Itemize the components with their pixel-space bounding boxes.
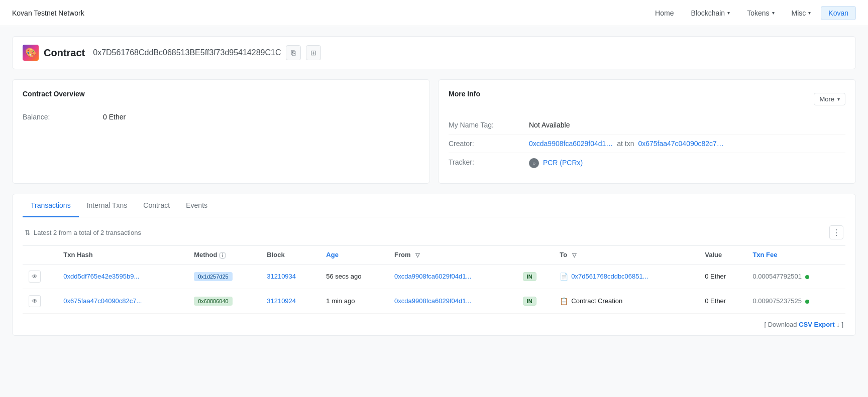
value-cell-1: 0 Ether — [699, 264, 746, 289]
name-tag-row: My Name Tag: Not Available — [449, 116, 845, 135]
col-age: Age — [320, 246, 388, 264]
creator-address-link[interactable]: 0xcda9908fca6029f04d1… — [529, 140, 613, 148]
table-row: 👁 0x675faa47c04090c82c7... 0x60806040 31… — [23, 289, 845, 313]
more-info-panel: More Info More ▾ My Name Tag: Not Availa… — [438, 79, 856, 184]
row1-to-doc-icon: 📄 — [560, 273, 568, 281]
tab-contract[interactable]: Contract — [135, 194, 178, 217]
row2-to-value: 📋 Contract Creation — [560, 297, 693, 305]
more-info-header: More Info More ▾ — [449, 90, 845, 108]
contract-address: 0x7D561768CddBc068513BE5ff3f73d95414289C… — [93, 48, 281, 57]
at-txn-text: at txn — [617, 140, 634, 148]
copy-icon: ⎘ — [291, 49, 295, 57]
tracker-link[interactable]: PCR (PCRx) — [543, 159, 583, 167]
csv-export-link[interactable]: CSV Export — [799, 321, 835, 328]
nav-brand: Kovan Testnet Network — [12, 9, 84, 17]
creator-label: Creator: — [449, 140, 529, 148]
row1-eye-button[interactable]: 👁 — [29, 271, 41, 283]
tabs-row: Transactions Internal Txns Contract Even… — [23, 194, 845, 217]
eye-cell-2: 👁 — [23, 289, 57, 313]
summary-label: Latest 2 from a total of 2 transactions — [34, 229, 141, 236]
col-method: Method i — [188, 246, 261, 264]
row1-to-value: 📄 0x7d561768cddbc06851... — [560, 273, 693, 281]
tab-events[interactable]: Events — [178, 194, 215, 217]
summary-text: ⇅ Latest 2 from a total of 2 transaction… — [25, 228, 141, 236]
row1-method-badge: 0x1d257d25 — [194, 272, 233, 281]
more-button[interactable]: More ▾ — [814, 93, 845, 105]
row2-to-text: Contract Creation — [571, 297, 622, 305]
csv-prefix: [ Download — [764, 321, 797, 328]
tab-transactions[interactable]: Transactions — [23, 194, 79, 217]
table-header-row: Txn Hash Method i Block Age From ▽ — [23, 246, 845, 264]
row1-to-link[interactable]: 0x7d561768cddbc06851... — [571, 273, 648, 280]
name-tag-value: Not Available — [529, 121, 570, 129]
page-content: 🎨 Contract 0x7D561768CddBc068513BE5ff3f7… — [0, 26, 868, 346]
col-to: To ▽ — [554, 246, 699, 264]
method-cell-2: 0x60806040 — [188, 289, 261, 313]
row1-txn-hash-link[interactable]: 0xdd5df765e42e3595b9... — [63, 273, 139, 280]
block-cell-2: 31210924 — [261, 289, 320, 313]
col-block: Block — [261, 246, 320, 264]
from-cell-2: 0xcda9908fca6029f04d1... — [388, 289, 517, 313]
col-from: From ▽ — [388, 246, 517, 264]
to-cell-1: 📄 0x7d561768cddbc06851... — [554, 264, 699, 289]
fee-cell-1: 0.000547792501 — [746, 264, 845, 289]
table-section: ⇅ Latest 2 from a total of 2 transaction… — [23, 217, 845, 335]
row1-from-link[interactable]: 0xcda9908fca6029f04d1... — [394, 273, 471, 280]
nav-tokens[interactable]: Tokens ▾ — [740, 6, 781, 20]
row2-block-link[interactable]: 31210924 — [267, 297, 296, 305]
col-txn-fee: Txn Fee — [746, 246, 845, 264]
balance-label: Balance: — [23, 113, 103, 121]
to-filter-icon[interactable]: ▽ — [571, 252, 578, 259]
nav-home[interactable]: Home — [648, 6, 681, 20]
contract-overview-panel: Contract Overview Balance: 0 Ether — [12, 79, 430, 184]
row2-fee-value: 0.009075237525 — [752, 297, 802, 305]
creator-txn-link[interactable]: 0x675faa47c04090c82c7… — [638, 140, 723, 148]
row2-direction-badge: IN — [523, 297, 536, 306]
fee-cell-2: 0.009075237525 — [746, 289, 845, 313]
txn-hash-cell-2: 0x675faa47c04090c82c7... — [57, 289, 188, 313]
value-cell-2: 0 Ether — [699, 289, 746, 313]
creator-row: Creator: 0xcda9908fca6029f04d1… at txn 0… — [449, 135, 845, 153]
row1-fee-dot — [805, 275, 809, 279]
contract-header: 🎨 Contract 0x7D561768CddBc068513BE5ff3f7… — [12, 36, 856, 69]
row2-txn-hash-link[interactable]: 0x675faa47c04090c82c7... — [63, 297, 142, 305]
tab-internal-txns[interactable]: Internal Txns — [79, 194, 136, 217]
table-row: 👁 0xdd5df765e42e3595b9... 0x1d257d25 312… — [23, 264, 845, 289]
contract-label: Contract — [44, 47, 85, 59]
qr-code-button[interactable]: ⊞ — [306, 45, 321, 60]
csv-suffix: ↓ ] — [836, 321, 843, 328]
row1-block-link[interactable]: 31210934 — [267, 273, 296, 280]
more-chevron-icon: ▾ — [837, 96, 840, 102]
col-txn-hash: Txn Hash — [57, 246, 188, 264]
csv-export-row: [ Download CSV Export ↓ ] — [23, 314, 845, 335]
nav-misc[interactable]: Misc ▾ — [785, 6, 818, 20]
overview-title: Contract Overview — [23, 90, 419, 98]
row2-eye-button[interactable]: 👁 — [29, 295, 41, 307]
row2-from-link[interactable]: 0xcda9908fca6029f04d1... — [394, 297, 471, 305]
from-cell-1: 0xcda9908fca6029f04d1... — [388, 264, 517, 289]
direction-cell-1: IN — [517, 264, 554, 289]
age-cell-1: 56 secs ago — [320, 264, 388, 289]
more-info-title: More Info — [449, 90, 480, 98]
col-eye — [23, 246, 57, 264]
row2-method-badge: 0x60806040 — [194, 297, 233, 306]
name-tag-label: My Name Tag: — [449, 121, 529, 129]
table-options-button[interactable]: ⋮ — [829, 225, 843, 239]
col-value: Value — [699, 246, 746, 264]
tracker-label: Tracker: — [449, 158, 529, 166]
copy-address-button[interactable]: ⎘ — [286, 45, 301, 60]
block-cell-1: 31210934 — [261, 264, 320, 289]
tracker-icon: ○ — [529, 158, 539, 168]
navbar: Kovan Testnet Network Home Blockchain ▾ … — [0, 0, 868, 26]
direction-cell-2: IN — [517, 289, 554, 313]
blockchain-chevron-icon: ▾ — [727, 10, 730, 16]
qr-icon: ⊞ — [310, 49, 316, 57]
kovan-button[interactable]: Kovan — [821, 6, 856, 20]
row1-fee-value: 0.000547792501 — [752, 273, 802, 280]
from-filter-icon[interactable]: ▽ — [414, 252, 421, 259]
row1-direction-badge: IN — [523, 272, 536, 281]
transactions-table: Txn Hash Method i Block Age From ▽ — [23, 245, 845, 314]
method-cell-1: 0x1d257d25 — [188, 264, 261, 289]
nav-blockchain[interactable]: Blockchain ▾ — [684, 6, 737, 20]
method-info-icon[interactable]: i — [219, 252, 226, 259]
